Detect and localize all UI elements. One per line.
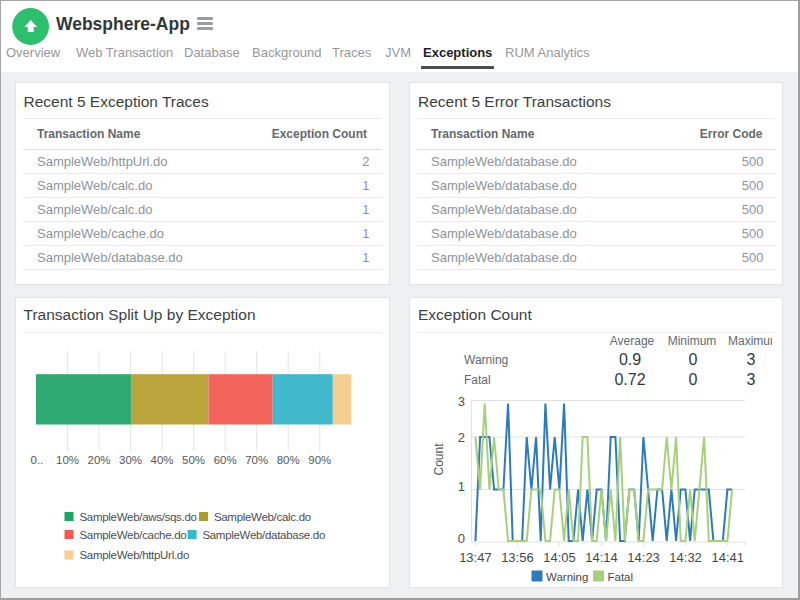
svg-text:3: 3 <box>747 371 756 388</box>
svg-text:3: 3 <box>747 351 756 368</box>
svg-text:2: 2 <box>458 430 465 445</box>
svg-text:SampleWeb/calc.do: SampleWeb/calc.do <box>214 511 311 523</box>
svg-text:Fatal: Fatal <box>464 373 491 387</box>
svg-text:SampleWeb/cache.do: SampleWeb/cache.do <box>80 529 187 541</box>
svg-text:10%: 10% <box>56 454 79 466</box>
svg-text:13:56: 13:56 <box>501 550 534 565</box>
svg-text:Warning: Warning <box>464 353 508 367</box>
svg-text:Minimum: Minimum <box>668 334 717 348</box>
svg-text:40%: 40% <box>151 454 174 466</box>
svg-text:SampleWeb/database.do: SampleWeb/database.do <box>202 529 325 541</box>
svg-text:14:41: 14:41 <box>711 550 744 565</box>
svg-text:60%: 60% <box>214 454 237 466</box>
svg-text:70%: 70% <box>245 454 268 466</box>
svg-text:Average: Average <box>610 334 655 348</box>
svg-text:14:32: 14:32 <box>669 550 702 565</box>
svg-text:0.72: 0.72 <box>614 371 645 388</box>
svg-text:Warning: Warning <box>546 571 588 583</box>
svg-text:20%: 20% <box>87 454 110 466</box>
svg-text:50%: 50% <box>182 454 205 466</box>
svg-text:0: 0 <box>689 371 698 388</box>
svg-text:0.9: 0.9 <box>619 351 641 368</box>
svg-text:90%: 90% <box>308 454 331 466</box>
svg-text:Fatal: Fatal <box>608 571 634 583</box>
svg-text:0..: 0.. <box>31 454 44 466</box>
svg-text:1: 1 <box>458 479 465 494</box>
svg-text:0: 0 <box>458 531 465 546</box>
svg-text:13:47: 13:47 <box>459 550 492 565</box>
svg-text:SampleWeb/aws/sqs.do: SampleWeb/aws/sqs.do <box>80 511 197 523</box>
svg-text:14:05: 14:05 <box>543 550 576 565</box>
svg-text:14:14: 14:14 <box>585 550 618 565</box>
svg-text:0: 0 <box>689 351 698 368</box>
svg-text:30%: 30% <box>119 454 142 466</box>
svg-text:Count: Count <box>432 443 446 476</box>
svg-text:3: 3 <box>458 394 465 409</box>
svg-text:14:23: 14:23 <box>627 550 660 565</box>
svg-text:SampleWeb/httpUrl.do: SampleWeb/httpUrl.do <box>80 549 189 561</box>
svg-text:80%: 80% <box>277 454 300 466</box>
